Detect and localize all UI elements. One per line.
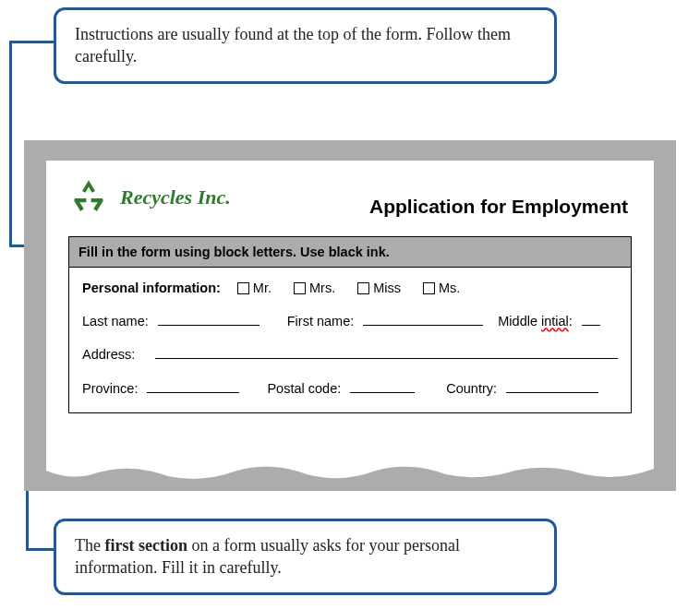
address-field[interactable] [155,345,618,359]
title-ms: Ms. [439,281,460,295]
callout-connector [9,41,12,247]
section-label: Personal information: [82,281,221,295]
title-row: Personal information: Mr. Mrs. Miss Ms. [82,281,618,295]
personal-info-section: Personal information: Mr. Mrs. Miss Ms. … [69,268,631,412]
callout-first-section-text: The first section on a form usually asks… [75,536,460,577]
middle-initial-field[interactable] [582,312,600,326]
first-name-label: First name: [287,314,355,328]
first-name-field[interactable] [363,312,483,326]
checkbox-icon[interactable] [294,282,306,294]
country-label: Country: [446,381,497,396]
form-instruction-bar: Fill in the form using block letters. Us… [69,237,631,268]
callout-connector [26,548,54,551]
checkbox-icon[interactable] [237,282,249,294]
address-label: Address: [82,347,135,362]
form-sheet: Recycles Inc. Application for Employment… [46,161,654,463]
postal-label: Postal code: [267,381,341,396]
title-mrs: Mrs. [309,281,335,295]
middle-initial-label: Middle intial: [498,314,573,328]
postal-field[interactable] [350,378,415,392]
checkbox-icon[interactable] [357,282,369,294]
form-title: Application for Employment [369,196,628,218]
checkbox-icon[interactable] [423,282,435,294]
title-option: Mr. [230,281,277,295]
brand-name: Recycles Inc. [120,185,231,209]
callout-connector [9,41,54,43]
torn-edge [46,461,654,484]
recycle-icon [68,177,109,218]
name-row: Last name: First name: Middle intial: [82,312,618,328]
last-name-label: Last name: [82,314,149,328]
title-miss: Miss [373,281,401,295]
title-mr: Mr. [253,281,272,295]
province-label: Province: [82,381,138,396]
callout-instructions-text: Instructions are usually found at the to… [75,25,511,66]
callout-instructions: Instructions are usually found at the to… [54,7,557,84]
title-option: Mrs. [286,281,341,295]
form-body: Fill in the form using block letters. Us… [68,236,632,413]
country-field[interactable] [506,378,598,392]
title-option: Miss [350,281,406,295]
address-row: Address: [82,345,618,362]
province-field[interactable] [147,378,239,392]
form-panel-frame: Recycles Inc. Application for Employment… [24,140,676,491]
brand-block: Recycles Inc. [68,177,231,218]
callout-first-section: The first section on a form usually asks… [54,519,557,595]
form-header: Recycles Inc. Application for Employment [46,161,654,225]
title-option: Ms. [416,281,465,295]
region-row: Province: Postal code: Country: [82,378,618,395]
last-name-field[interactable] [158,312,259,326]
